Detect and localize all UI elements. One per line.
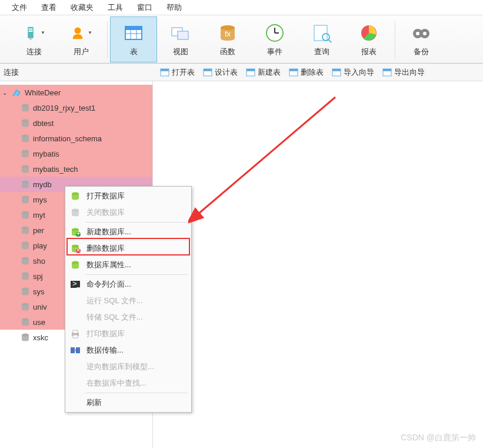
svg-rect-6 [125,26,142,30]
svg-rect-67 [71,347,75,353]
toolbar-view[interactable]: 视图 [157,16,204,62]
query-icon [311,22,333,44]
context-menu-item: 关闭数据库 [66,204,190,221]
blank-icon [70,312,81,323]
svg-rect-32 [289,69,298,71]
svg-rect-26 [161,69,169,71]
toolbar-server[interactable]: ▼连接 [11,16,58,62]
event-icon [264,22,286,44]
connection-icon [12,88,22,97]
database-icon [20,302,31,311]
toolbar-user[interactable]: ▼用户 [58,16,105,62]
toolbar-table[interactable]: 表 [110,16,157,62]
svg-text:+: + [76,229,81,237]
sub-action[interactable]: 删除表 [289,67,324,78]
sub-action[interactable]: 设计表 [203,67,238,78]
toolbar-event[interactable]: 事件 [251,16,298,62]
db-close-icon [70,207,81,218]
database-icon [20,118,31,128]
blank-icon [70,296,81,306]
menu-item[interactable]: 工具 [101,0,130,15]
svg-rect-36 [383,69,391,71]
menu-item[interactable]: 收藏夹 [64,0,101,15]
context-menu-item[interactable]: ×删除数据库 [66,240,190,257]
tree-database[interactable]: mybatis [0,146,152,161]
print-icon [70,328,81,339]
svg-point-24 [423,32,427,35]
database-icon [20,149,31,158]
database-icon [20,164,31,174]
menu-separator [85,222,188,223]
context-menu-item: 运行 SQL 文件... [66,293,190,309]
blank-icon [70,378,81,389]
watermark: CSDN @白鹿第一帅 [401,433,476,443]
menu-separator [85,393,188,393]
table-icon [122,22,145,44]
function-icon: fx [216,22,239,44]
content-area [153,81,483,448]
table-small-icon [289,68,298,77]
database-icon [20,333,31,342]
menu-item[interactable]: 文件 [5,0,34,15]
svg-rect-3 [29,30,33,31]
toolbar-report[interactable]: 报表 [345,16,392,62]
svg-point-4 [75,27,81,34]
tree-database[interactable]: mybatis_tech [0,161,152,177]
transfer-icon [70,345,81,356]
context-menu-item: 逆向数据库到模型... [66,359,190,375]
svg-rect-28 [204,69,212,71]
tree-database[interactable]: dbtest [0,115,152,131]
db-del-icon: × [70,243,81,254]
svg-text:fx: fx [225,29,231,38]
sub-action[interactable]: 新建表 [246,67,281,78]
database-icon [20,180,31,189]
svg-rect-66 [73,335,78,338]
menu-item[interactable]: 查看 [34,0,64,15]
sub-action[interactable]: 打开表 [160,67,195,78]
database-icon [20,134,31,143]
menu-separator [85,274,188,275]
connection-panel-label: 连接 [0,67,153,78]
menubar: 文件查看收藏夹工具窗口帮助 [0,0,483,15]
database-icon [20,287,31,296]
context-menu-item[interactable]: 打开数据库 [66,188,190,204]
table-small-icon [203,68,212,77]
database-icon [20,103,31,112]
table-small-icon [160,68,169,77]
sub-action[interactable]: 导出向导 [382,67,425,78]
tree-database[interactable]: db2019_rjxy_test1 [0,100,152,115]
tree-database[interactable]: information_schema [0,131,152,146]
menu-item[interactable]: 窗口 [130,0,159,15]
svg-rect-11 [178,31,188,39]
db-open-icon [70,191,81,201]
toolbar-function[interactable]: fx函数 [204,16,251,62]
svg-rect-17 [314,25,327,41]
svg-point-1 [29,38,32,40]
context-menu-item[interactable]: 刷新 [66,394,190,411]
toolbar-query[interactable]: 查询 [298,16,345,62]
db-prop-icon [70,260,81,270]
context-menu-item[interactable]: +新建数据库... [66,224,190,240]
database-icon [20,317,31,327]
sub-action[interactable]: 导入向导 [332,67,374,78]
toolbar-backup[interactable]: 备份 [398,16,445,62]
svg-rect-2 [29,28,33,29]
view-icon [169,22,192,44]
table-actions: 打开表设计表新建表删除表导入向导导出向导 [153,67,425,78]
context-menu-item[interactable]: 数据传输... [66,342,190,359]
database-icon [20,241,31,250]
context-menu-item[interactable]: >_命令列介面... [66,276,190,293]
menu-item[interactable]: 帮助 [159,0,189,15]
database-icon [20,271,31,281]
context-menu-item: 转储 SQL 文件... [66,309,190,326]
cmd-icon: >_ [70,279,81,290]
context-menu-item: 在数据库中查找... [66,375,190,391]
tree-connection[interactable]: ⌄WhiteDeer [0,85,152,100]
svg-rect-34 [332,69,341,71]
svg-text:>_: >_ [72,280,81,288]
table-small-icon [246,68,255,77]
context-menu-item[interactable]: 数据库属性... [66,257,190,273]
svg-rect-30 [247,69,255,71]
svg-rect-65 [73,330,78,333]
backup-icon [410,22,432,44]
